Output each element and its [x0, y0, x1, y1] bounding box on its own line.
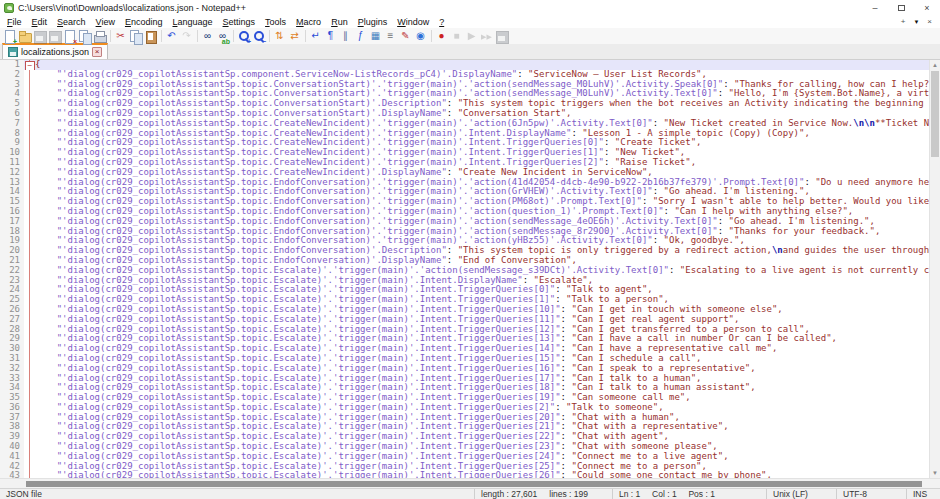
close-button[interactable]: ×: [914, 0, 940, 15]
cut-icon[interactable]: ✂: [113, 29, 128, 44]
code-line[interactable]: 34 "'dialog(cr029_copilotAssistantSp.top…: [0, 383, 929, 393]
menu-help[interactable]: ?: [434, 17, 449, 27]
code-line[interactable]: 11 "'dialog(cr029_copilotAssistantSp.top…: [0, 158, 929, 168]
function-list-icon[interactable]: ƒ: [353, 29, 368, 44]
code-line[interactable]: 41 "'dialog(cr029_copilotAssistantSp.top…: [0, 452, 929, 462]
code-line[interactable]: 17 "'dialog(cr029_copilotAssistantSp.top…: [0, 217, 929, 227]
menu-plugins[interactable]: Plugins: [353, 17, 393, 27]
code-line[interactable]: 40 "'dialog(cr029_copilotAssistantSp.top…: [0, 442, 929, 452]
code-line[interactable]: 32 "'dialog(cr029_copilotAssistantSp.top…: [0, 364, 929, 374]
replace-icon[interactable]: ∞ab: [215, 29, 230, 44]
macro-run-multiple-icon[interactable]: ▶▶: [479, 29, 494, 44]
code-line[interactable]: 27 "'dialog(cr029_copilotAssistantSp.top…: [0, 315, 929, 325]
code-line[interactable]: 1{: [0, 60, 929, 70]
vertical-scrollbar[interactable]: ▲ ▼: [929, 60, 940, 478]
code-line[interactable]: 21 "'dialog(cr029_copilotAssistantSp.top…: [0, 256, 929, 266]
code-line[interactable]: 3 "'dialog(cr029_copilotAssistantSp.topi…: [0, 80, 929, 90]
code-line[interactable]: 19 "'dialog(cr029_copilotAssistantSp.top…: [0, 236, 929, 246]
code-line[interactable]: 31 "'dialog(cr029_copilotAssistantSp.top…: [0, 354, 929, 364]
code-line[interactable]: 13 "'dialog(cr029_copilotAssistantSp.top…: [0, 178, 929, 188]
code-line[interactable]: 15 "'dialog(cr029_copilotAssistantSp.top…: [0, 197, 929, 207]
code-line[interactable]: 5 "'dialog(cr029_copilotAssistantSp.topi…: [0, 99, 929, 109]
code-line[interactable]: 8 "'dialog(cr029_copilotAssistantSp.topi…: [0, 129, 929, 139]
code-line[interactable]: 2 "'dialog(cr029_copilotAssistantSp.comp…: [0, 70, 929, 80]
code-line[interactable]: 7 "'dialog(cr029_copilotAssistantSp.topi…: [0, 119, 929, 129]
menu-tools[interactable]: Tools: [260, 17, 291, 27]
redo-icon[interactable]: ↷: [179, 29, 194, 44]
close-tab-icon[interactable]: ×: [927, 17, 932, 26]
minimize-button[interactable]: –: [862, 0, 888, 15]
menu-macro[interactable]: Macro: [291, 17, 326, 27]
tab-list-dropdown-icon[interactable]: ▼: [913, 19, 919, 25]
tab-localizations-json[interactable]: localizations.json ×: [2, 43, 108, 59]
code-line[interactable]: 20 "'dialog(cr029_copilotAssistantSp.top…: [0, 246, 929, 256]
undo-icon[interactable]: ↶: [164, 29, 179, 44]
macro-record-icon[interactable]: ●: [434, 29, 449, 44]
copy-icon[interactable]: [128, 29, 143, 44]
menu-search[interactable]: Search: [52, 17, 91, 27]
macro-play-icon[interactable]: ▶: [464, 29, 479, 44]
code-line[interactable]: 24 "'dialog(cr029_copilotAssistantSp.top…: [0, 285, 929, 295]
code-line[interactable]: 4 "'dialog(cr029_copilotAssistantSp.topi…: [0, 89, 929, 99]
document-list-icon[interactable]: ≡: [383, 29, 398, 44]
sync-horizontal-scrolling-icon[interactable]: ⇄: [287, 29, 302, 44]
save-all-icon[interactable]: +: [47, 29, 62, 44]
document-map-icon[interactable]: ▦: [368, 29, 383, 44]
menu-view[interactable]: View: [91, 17, 120, 27]
new-tab-icon[interactable]: +: [901, 17, 906, 26]
scroll-up-arrow-icon[interactable]: ▲: [930, 60, 940, 70]
code-line[interactable]: 28 "'dialog(cr029_copilotAssistantSp.top…: [0, 325, 929, 335]
code-line[interactable]: 9 "'dialog(cr029_copilotAssistantSp.topi…: [0, 138, 929, 148]
editor-area[interactable]: 1{2 "'dialog(cr029_copilotAssistantSp.co…: [0, 60, 940, 478]
document-monitor-icon[interactable]: ◉: [413, 29, 428, 44]
define-your-language-icon[interactable]: ✎: [398, 29, 413, 44]
encoding-label[interactable]: UTF-8: [836, 489, 906, 499]
code-line[interactable]: 39 "'dialog(cr029_copilotAssistantSp.top…: [0, 432, 929, 442]
close-all-icon[interactable]: ×: [77, 29, 92, 44]
paste-icon[interactable]: [143, 29, 158, 44]
indent-guide-icon[interactable]: ∥: [338, 29, 353, 44]
macro-save-icon[interactable]: [494, 29, 509, 44]
code-line[interactable]: 16 "'dialog(cr029_copilotAssistantSp.top…: [0, 207, 929, 217]
insert-mode-label[interactable]: INS: [906, 489, 940, 499]
open-folder-icon[interactable]: [17, 29, 32, 44]
find-icon[interactable]: ∞: [200, 29, 215, 44]
menu-file[interactable]: File: [2, 17, 27, 27]
show-all-characters-icon[interactable]: ¶: [323, 29, 338, 44]
menu-window[interactable]: Window: [392, 17, 434, 27]
code-line[interactable]: 6 "'dialog(cr029_copilotAssistantSp.topi…: [0, 109, 929, 119]
save-icon[interactable]: [32, 29, 47, 44]
tab-close-icon[interactable]: ×: [92, 47, 102, 57]
sync-vertical-scrolling-icon[interactable]: ⇅: [272, 29, 287, 44]
menu-edit[interactable]: Edit: [27, 17, 53, 27]
word-wrap-icon[interactable]: ↵: [308, 29, 323, 44]
vertical-scrollbar-thumb[interactable]: [931, 71, 939, 157]
code-line[interactable]: 12 "'dialog(cr029_copilotAssistantSp.top…: [0, 168, 929, 178]
code-line[interactable]: 10 "'dialog(cr029_copilotAssistantSp.top…: [0, 148, 929, 158]
code-line[interactable]: 25 "'dialog(cr029_copilotAssistantSp.top…: [0, 295, 929, 305]
close-icon[interactable]: ×: [62, 29, 77, 44]
zoom-out-icon[interactable]: −: [251, 29, 266, 44]
code-line[interactable]: 38 "'dialog(cr029_copilotAssistantSp.top…: [0, 422, 929, 432]
horizontal-scrollbar-thumb[interactable]: [26, 481, 922, 487]
code-line[interactable]: 22 "'dialog(cr029_copilotAssistantSp.top…: [0, 266, 929, 276]
code-line[interactable]: 33 "'dialog(cr029_copilotAssistantSp.top…: [0, 374, 929, 384]
new-file-icon[interactable]: +: [2, 29, 17, 44]
fold-collapse-icon[interactable]: [24, 60, 35, 70]
code-line[interactable]: 37 "'dialog(cr029_copilotAssistantSp.top…: [0, 413, 929, 423]
code-line[interactable]: 14 "'dialog(cr029_copilotAssistantSp.top…: [0, 187, 929, 197]
code-line[interactable]: 18 "'dialog(cr029_copilotAssistantSp.top…: [0, 227, 929, 237]
print-icon[interactable]: [92, 29, 107, 44]
maximize-button[interactable]: [888, 0, 914, 15]
zoom-in-icon[interactable]: +: [236, 29, 251, 44]
menu-settings[interactable]: Settings: [218, 17, 261, 27]
code-line[interactable]: 35 "'dialog(cr029_copilotAssistantSp.top…: [0, 393, 929, 403]
code-view[interactable]: 1{2 "'dialog(cr029_copilotAssistantSp.co…: [0, 60, 929, 478]
code-line[interactable]: 42 "'dialog(cr029_copilotAssistantSp.top…: [0, 462, 929, 472]
eol-format-label[interactable]: Unix (LF): [766, 489, 836, 499]
code-line[interactable]: 29 "'dialog(cr029_copilotAssistantSp.top…: [0, 334, 929, 344]
menu-run[interactable]: Run: [326, 17, 353, 27]
code-line[interactable]: 30 "'dialog(cr029_copilotAssistantSp.top…: [0, 344, 929, 354]
horizontal-scrollbar[interactable]: [0, 478, 940, 488]
code-line[interactable]: 23 "'dialog(cr029_copilotAssistantSp.top…: [0, 276, 929, 286]
